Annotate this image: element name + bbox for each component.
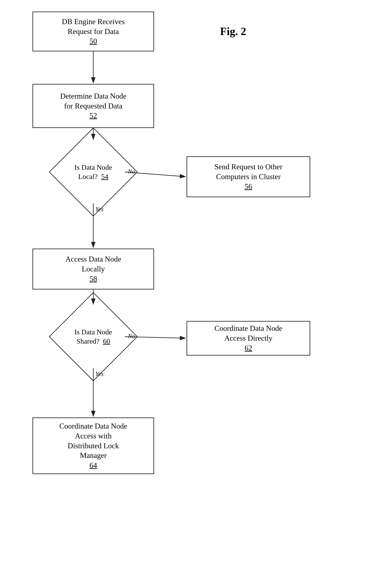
box-62-label: Coordinate Data NodeAccess Directly xyxy=(214,324,282,343)
box-50: DB Engine ReceivesRequest for Data 50 xyxy=(32,11,154,51)
diamond-60-wrapper: Is Data NodeShared? 60 xyxy=(62,305,125,368)
box-52-num: 52 xyxy=(90,111,97,121)
diamond-54 xyxy=(49,127,138,217)
box-58-num: 58 xyxy=(90,274,97,284)
diamond-60 xyxy=(49,292,138,381)
box-56: Send Request to OtherComputers in Cluste… xyxy=(187,156,310,197)
box-58-label: Access Data NodeLocally xyxy=(65,254,121,274)
box-64: Coordinate Data NodeAccess withDistribut… xyxy=(32,418,154,474)
box-62-num: 62 xyxy=(245,343,252,353)
box-58: Access Data NodeLocally 58 xyxy=(32,249,154,290)
box-64-label: Coordinate Data NodeAccess withDistribut… xyxy=(59,421,127,461)
box-50-num: 50 xyxy=(90,36,97,46)
arrow-label-54-yes: Yes xyxy=(95,206,104,213)
box-50-label: DB Engine ReceivesRequest for Data xyxy=(62,17,125,36)
diagram-container: Fig. 2 DB Engine ReceivesRequest for Dat… xyxy=(0,0,371,588)
figure-label: Fig. 2 xyxy=(220,25,246,38)
box-52-label: Determine Data Nodefor Requested Data xyxy=(60,91,126,111)
box-52: Determine Data Nodefor Requested Data 52 xyxy=(32,84,154,128)
box-56-label: Send Request to OtherComputers in Cluste… xyxy=(214,162,282,182)
box-64-num: 64 xyxy=(90,461,97,470)
box-56-num: 56 xyxy=(245,182,252,191)
diamond-54-wrapper: Is Data NodeLocal? 54 xyxy=(62,141,125,203)
arrow-label-60-no: No xyxy=(128,333,135,340)
arrow-label-60-yes: Yes xyxy=(95,370,104,377)
box-62: Coordinate Data NodeAccess Directly 62 xyxy=(187,321,310,356)
arrow-label-54-no: No xyxy=(128,168,135,175)
